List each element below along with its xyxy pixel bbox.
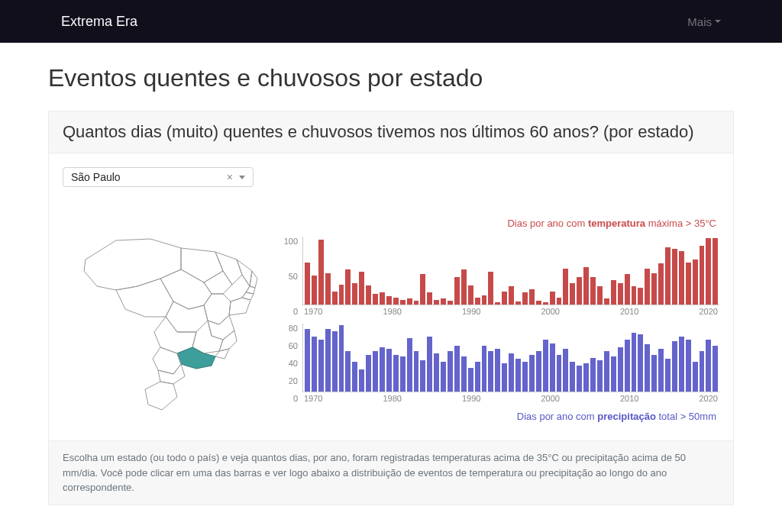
bar-2001[interactable] [577, 366, 582, 392]
bar-1994[interactable] [529, 355, 535, 392]
bar-1965[interactable] [332, 331, 338, 392]
state-sc[interactable] [158, 364, 185, 384]
bar-1998[interactable] [557, 298, 562, 305]
bar-1990[interactable] [502, 363, 507, 392]
bar-2013[interactable] [658, 349, 664, 392]
bar-1962[interactable] [312, 337, 317, 392]
bar-1989[interactable] [495, 302, 500, 305]
bar-2009[interactable] [632, 286, 637, 305]
state-rn[interactable] [250, 271, 257, 288]
bar-1971[interactable] [373, 294, 378, 305]
state-ro-ac[interactable] [116, 279, 173, 317]
state-mg[interactable] [192, 321, 223, 353]
bar-1974[interactable] [393, 355, 399, 392]
chevron-down-icon[interactable] [239, 176, 245, 179]
bar-2012[interactable] [651, 273, 657, 305]
state-sao-paulo[interactable] [177, 347, 215, 369]
bar-2004[interactable] [597, 360, 603, 392]
bar-1991[interactable] [509, 286, 514, 305]
bar-2002[interactable] [583, 267, 589, 305]
state-pe[interactable] [242, 292, 254, 300]
bar-2002[interactable] [583, 363, 589, 392]
bar-1963[interactable] [318, 240, 324, 305]
bar-1966[interactable] [339, 325, 344, 392]
state-goias[interactable] [166, 301, 208, 332]
bar-2018[interactable] [693, 260, 698, 305]
bar-2019[interactable] [700, 351, 705, 392]
bar-2015[interactable] [672, 341, 677, 392]
bar-1994[interactable] [529, 289, 535, 305]
bar-2010[interactable] [638, 288, 643, 305]
bar-1992[interactable] [515, 359, 521, 392]
bar-2011[interactable] [645, 269, 650, 305]
bar-1993[interactable] [522, 292, 528, 305]
bar-1970[interactable] [366, 355, 371, 392]
bar-1981[interactable] [441, 362, 446, 392]
state-rs[interactable] [145, 382, 177, 410]
bar-2000[interactable] [570, 283, 575, 305]
bar-1988[interactable] [488, 272, 493, 305]
bar-1999[interactable] [563, 349, 568, 392]
bar-1963[interactable] [318, 340, 324, 392]
bar-2015[interactable] [672, 249, 677, 305]
bar-2017[interactable] [686, 263, 691, 305]
bar-1996[interactable] [543, 302, 548, 305]
bar-2016[interactable] [679, 337, 684, 392]
bar-1984[interactable] [461, 356, 467, 392]
bar-2014[interactable] [665, 359, 671, 392]
state-para[interactable] [181, 248, 223, 282]
bar-1972[interactable] [380, 347, 385, 392]
bar-2016[interactable] [679, 251, 684, 305]
state-es[interactable] [219, 330, 237, 351]
bar-1982[interactable] [448, 351, 453, 392]
bar-1977[interactable] [414, 351, 419, 392]
bar-2004[interactable] [597, 286, 603, 305]
bar-1980[interactable] [434, 300, 439, 305]
bar-1999[interactable] [563, 269, 568, 305]
bar-2010[interactable] [638, 334, 643, 392]
bar-2005[interactable] [604, 351, 609, 392]
bar-2006[interactable] [611, 356, 616, 392]
bar-1976[interactable] [407, 298, 412, 305]
bar-2019[interactable] [700, 246, 705, 305]
bar-1978[interactable] [420, 274, 425, 305]
bar-2007[interactable] [618, 283, 623, 305]
bar-1969[interactable] [359, 369, 364, 392]
bar-1973[interactable] [386, 349, 392, 392]
bar-2012[interactable] [651, 355, 657, 392]
bar-1990[interactable] [502, 292, 507, 305]
bar-2005[interactable] [604, 298, 609, 305]
bar-1967[interactable] [345, 269, 351, 305]
bar-1976[interactable] [407, 338, 412, 392]
bar-2000[interactable] [570, 362, 575, 392]
bar-1965[interactable] [332, 292, 338, 305]
bar-1987[interactable] [482, 346, 487, 392]
bar-1961[interactable] [305, 263, 310, 305]
nav-more-dropdown[interactable]: Mais [687, 15, 758, 28]
bar-1986[interactable] [475, 362, 480, 392]
bar-1979[interactable] [427, 337, 432, 392]
bar-1974[interactable] [393, 298, 399, 305]
bar-2020[interactable] [706, 238, 711, 305]
bar-1977[interactable] [414, 301, 419, 305]
bar-2020[interactable] [706, 340, 711, 392]
bar-2017[interactable] [686, 340, 691, 392]
bar-2009[interactable] [632, 333, 637, 392]
bar-1970[interactable] [366, 285, 371, 305]
bar-1983[interactable] [454, 277, 460, 305]
bar-2003[interactable] [590, 358, 596, 392]
state-tocantins[interactable] [204, 271, 232, 294]
bar-1968[interactable] [352, 362, 357, 392]
bar-2003[interactable] [590, 277, 596, 305]
bar-1984[interactable] [461, 269, 467, 305]
bar-1987[interactable] [482, 295, 487, 305]
bar-1981[interactable] [441, 298, 446, 305]
bar-1971[interactable] [373, 351, 378, 392]
bar-2021[interactable] [713, 238, 718, 305]
bar-1998[interactable] [557, 355, 562, 392]
bar-1973[interactable] [386, 296, 392, 305]
state-ceara[interactable] [237, 260, 252, 286]
bar-1966[interactable] [339, 285, 344, 305]
bar-2007[interactable] [618, 347, 623, 392]
bar-1982[interactable] [448, 301, 453, 305]
